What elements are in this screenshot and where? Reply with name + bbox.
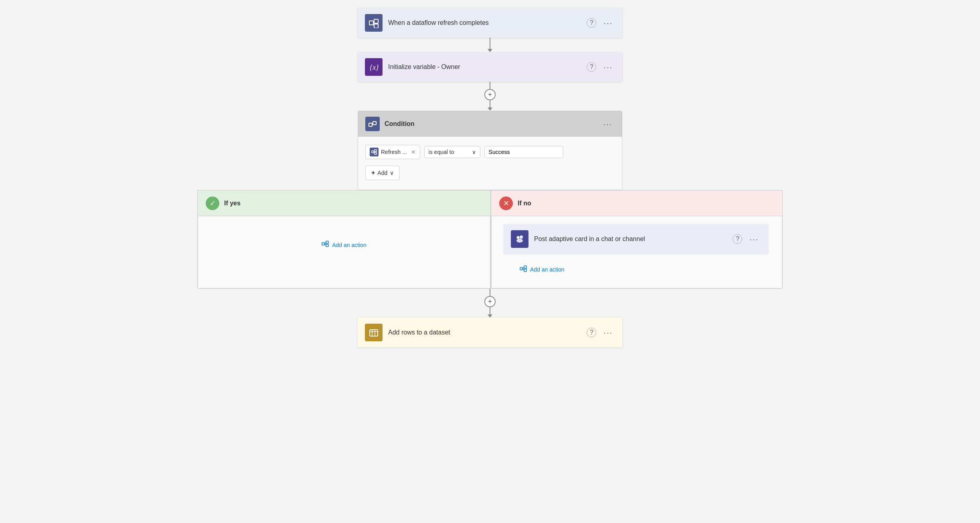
teams-overflow-btn[interactable]: ···	[747, 233, 761, 245]
branch-no-header: ✕ If no	[491, 191, 782, 216]
dataset-overflow-icon: ···	[603, 328, 613, 337]
connector-1	[488, 38, 492, 52]
variable-actions: ? ···	[587, 61, 615, 73]
condition-title: Condition	[385, 120, 596, 128]
variable-icon: {x}	[365, 58, 383, 76]
add-label: Add	[377, 170, 387, 176]
chevron-down-icon: ∨	[472, 149, 476, 155]
branches-wrap: ✓ If yes	[197, 190, 783, 289]
variable-help-icon: ?	[590, 63, 593, 71]
condition-row: Refresh ... ✕ is equal to ∨	[365, 145, 615, 159]
variable-card: {x} Initialize variable - Owner ? ···	[358, 52, 622, 82]
dataset-card: Add rows to a dataset ? ···	[358, 318, 622, 347]
svg-rect-1	[374, 19, 378, 23]
arrow-down-1	[488, 49, 492, 52]
add-action-yes-icon	[322, 240, 329, 249]
arrow-line-2a	[490, 82, 490, 89]
condition-icon	[365, 117, 380, 131]
refresh-token: Refresh ... ✕	[365, 145, 420, 159]
branch-no-icon: ✕	[499, 197, 513, 210]
teams-card-label: Post adaptive card in a chat or channel	[534, 235, 733, 243]
svg-rect-10	[375, 150, 377, 152]
svg-rect-6	[369, 123, 372, 126]
branch-no-content: Post adaptive card in a chat or channel …	[491, 216, 782, 288]
arrow-down-3	[488, 314, 492, 318]
variable-help-btn[interactable]: ?	[587, 62, 596, 72]
trigger-card: When a dataflow refresh completes ? ···	[358, 8, 622, 38]
svg-point-21	[517, 236, 520, 239]
operator-label: is equal to	[429, 149, 454, 155]
token-close-btn[interactable]: ✕	[411, 149, 416, 155]
svg-point-19	[520, 235, 523, 239]
svg-rect-23	[524, 266, 526, 268]
trigger-help-icon: ?	[590, 19, 593, 26]
main-flow: When a dataflow refresh completes ? ··· …	[197, 8, 783, 347]
condition-overflow-btn[interactable]: ···	[601, 118, 615, 130]
dataset-actions: ? ···	[587, 326, 615, 339]
arrow-line-3b	[490, 307, 490, 314]
variable-label: Initialize variable - Owner	[388, 63, 587, 71]
condition-card: Condition ···	[358, 111, 622, 190]
teams-overflow-icon: ···	[749, 235, 759, 243]
variable-overflow-icon: ···	[603, 63, 613, 71]
svg-text:{x}: {x}	[370, 63, 379, 71]
svg-rect-15	[326, 241, 328, 243]
teams-help-icon: ?	[736, 235, 739, 243]
dataset-help-btn[interactable]: ?	[587, 328, 596, 337]
variable-overflow-btn[interactable]: ···	[601, 61, 615, 73]
trigger-help-btn[interactable]: ?	[587, 18, 596, 28]
branch-yes-content: Add an action	[198, 216, 490, 288]
svg-rect-11	[375, 152, 377, 154]
check-icon: ✓	[210, 199, 216, 208]
plus-icon-2: +	[488, 298, 492, 306]
add-step-2-btn[interactable]: +	[484, 296, 496, 307]
add-icon: +	[371, 169, 375, 176]
svg-rect-2	[374, 24, 378, 28]
branch-yes-icon: ✓	[206, 197, 219, 210]
add-action-yes-label: Add an action	[332, 242, 366, 248]
operator-select[interactable]: is equal to ∨	[424, 146, 480, 158]
svg-rect-24	[524, 269, 526, 272]
trigger-overflow-btn[interactable]: ···	[601, 17, 615, 29]
trigger-overflow-icon: ···	[603, 18, 613, 27]
teams-help-btn[interactable]: ?	[733, 234, 742, 244]
svg-point-20	[516, 239, 523, 243]
trigger-actions: ? ···	[587, 17, 615, 29]
dataset-help-icon: ?	[590, 329, 593, 336]
flow-canvas: When a dataflow refresh completes ? ··· …	[0, 0, 980, 523]
branch-no-label: If no	[518, 200, 531, 207]
svg-rect-14	[322, 243, 324, 245]
condition-value-input[interactable]	[484, 146, 563, 158]
trigger-label: When a dataflow refresh completes	[388, 19, 587, 26]
svg-rect-7	[373, 122, 376, 125]
refresh-token-label: Refresh ...	[381, 149, 407, 155]
add-action-no-btn[interactable]: Add an action	[520, 265, 565, 274]
dataset-icon	[365, 324, 383, 341]
branch-yes-label: If yes	[224, 200, 241, 207]
connector-2: +	[484, 82, 496, 111]
arrow-line-3a	[490, 289, 490, 296]
add-step-btn[interactable]: +	[484, 89, 496, 100]
branch-no: ✕ If no	[491, 191, 782, 288]
times-icon: ✕	[503, 199, 509, 208]
dataset-overflow-btn[interactable]: ···	[601, 326, 615, 339]
svg-rect-22	[520, 268, 522, 270]
add-action-no-icon	[520, 265, 527, 274]
dataset-label: Add rows to a dataset	[388, 329, 587, 336]
add-action-no-label: Add an action	[530, 266, 565, 273]
trigger-icon	[365, 14, 383, 32]
token-icon	[370, 148, 379, 156]
arrow-line-2b	[490, 100, 490, 107]
teams-card: Post adaptive card in a chat or channel …	[504, 224, 768, 254]
condition-header: Condition ···	[358, 111, 622, 137]
add-action-yes-btn[interactable]: Add an action	[322, 240, 366, 249]
svg-rect-0	[369, 21, 373, 25]
arrow-line-1	[490, 38, 490, 49]
branch-yes-header: ✓ If yes	[198, 191, 490, 216]
add-condition-btn[interactable]: + Add ∨	[365, 166, 400, 180]
branch-yes: ✓ If yes	[198, 191, 490, 288]
teams-icon	[511, 230, 528, 248]
svg-rect-27	[370, 330, 378, 336]
arrow-down-2	[488, 107, 492, 111]
connector-3: +	[484, 289, 496, 318]
